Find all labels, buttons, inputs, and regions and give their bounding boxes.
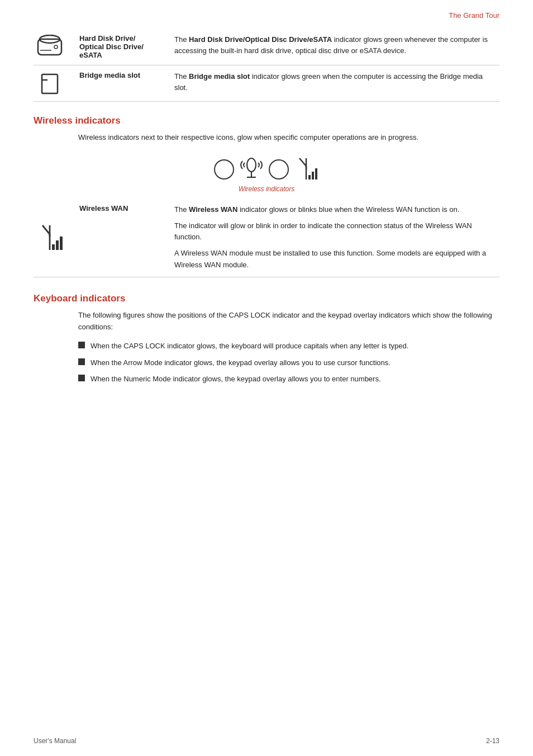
wireless-comm-big-icon [237,155,266,184]
table-row: Bridge media slot The Bridge media slot … [34,65,499,102]
wireless-wan-table: Wireless WAN The Wireless WAN indicator … [34,199,499,277]
keyboard-bullet-list: When the CAPS LOCK indicator glows, the … [78,341,499,385]
circle-indicator-1 [212,158,236,181]
svg-rect-14 [308,175,311,179]
wireless-wan-name: Wireless WAN [73,199,168,277]
hdd-desc: The Hard Disk Drive/Optical Disc Drive/e… [168,29,499,65]
svg-point-7 [247,158,256,172]
bridge-desc: The Bridge media slot indicator glows gr… [168,65,499,102]
wireless-wan-icon-cell [34,199,73,277]
indicator-table: Hard Disk Drive/Optical Disc Drive/eSATA… [34,29,499,102]
bullet-icon [78,342,85,348]
bridge-icon [40,71,60,96]
svg-rect-15 [312,172,314,179]
list-item: When the Numeric Mode indicator glows, t… [78,374,499,385]
svg-line-12 [299,158,306,166]
svg-line-18 [42,225,50,234]
list-item: When the Arrow Mode indicator glows, the… [78,357,499,368]
page-title: The Grand Tour [449,11,499,20]
bullet-text: When the Arrow Mode indicator glows, the… [91,357,391,368]
bridge-icon-cell [34,65,73,102]
svg-point-6 [215,160,234,179]
keyboard-intro: The following figures show the positions… [78,310,499,333]
bullet-icon [78,375,85,381]
wireless-caption: Wireless indicators [239,185,295,193]
page-header: The Grand Tour [34,11,499,20]
wireless-wan-big-icon [292,155,321,184]
svg-rect-21 [56,240,59,250]
footer-right: 2-13 [486,737,499,745]
svg-rect-20 [52,244,55,250]
list-item: When the CAPS LOCK indicator glows, the … [78,341,499,352]
wireless-wan-desc: The Wireless WAN indicator glows or blin… [168,199,499,277]
keyboard-heading: Keyboard indicators [34,293,499,304]
wireless-icons-display [212,155,321,184]
hdd-icon [36,35,64,59]
svg-point-10 [269,160,288,179]
table-row: Wireless WAN The Wireless WAN indicator … [34,199,499,277]
svg-rect-22 [60,237,63,250]
wireless-image-area: Wireless indicators [34,155,499,193]
svg-rect-4 [42,74,58,93]
bullet-text: When the CAPS LOCK indicator glows, the … [91,341,408,352]
footer-left: User's Manual [34,737,76,745]
page-footer: User's Manual 2-13 [34,737,499,745]
bridge-name: Bridge media slot [73,65,168,102]
wireless-section: Wireless indicators Wireless indicators … [34,115,499,277]
keyboard-section: Keyboard indicators The following figure… [34,293,499,385]
hdd-name: Hard Disk Drive/Optical Disc Drive/eSATA [73,29,168,65]
svg-point-2 [54,45,58,49]
wireless-wan-icon [36,223,64,252]
table-row: Hard Disk Drive/Optical Disc Drive/eSATA… [34,29,499,65]
page: The Grand Tour [0,0,533,413]
svg-rect-16 [315,168,317,179]
bullet-icon [78,358,85,365]
wireless-intro: Wireless indicators next to their respec… [78,132,499,144]
circle-indicator-2 [267,158,291,181]
bullet-text: When the Numeric Mode indicator glows, t… [91,374,381,385]
wireless-heading: Wireless indicators [34,115,499,126]
hdd-icon-cell [34,29,73,65]
